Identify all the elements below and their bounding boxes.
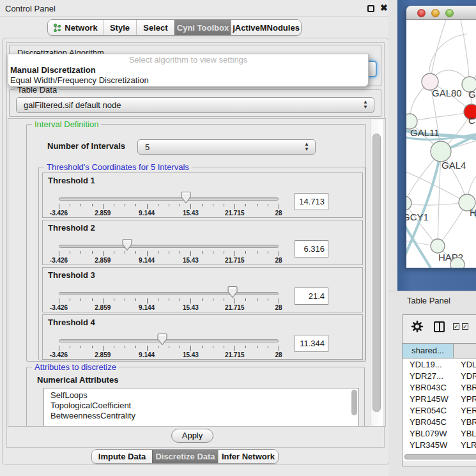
- network-canvas[interactable]: GAL80GACGAL11GAL4GCY1HHAP2: [406, 20, 476, 268]
- slider-tick: [125, 251, 125, 254]
- slider-tick: [213, 346, 213, 348]
- algorithm-dropdown-popup: Select algorithm to view settings Manual…: [8, 54, 369, 87]
- table-row[interactable]: YBR045CYBR0: [403, 417, 476, 428]
- slider-thumb[interactable]: [157, 333, 168, 346]
- slider-tick-label: 15.43: [176, 210, 204, 217]
- tab-discretize-data[interactable]: Discretize Data: [152, 450, 218, 463]
- gear-icon[interactable]: [411, 320, 424, 333]
- table-data-value: galFiltered.sif default node: [24, 100, 121, 110]
- checkbox-icon[interactable]: ✓: [462, 323, 468, 330]
- network-node-gal4[interactable]: [431, 141, 451, 162]
- threshold-value-field[interactable]: 6.316: [295, 240, 328, 257]
- cell-shared-name[interactable]: YPR145W: [403, 394, 454, 405]
- apply-button[interactable]: Apply: [171, 429, 213, 443]
- horizontal-scrollbar[interactable]: [404, 454, 476, 460]
- column-header-shared-name[interactable]: shared...: [403, 344, 454, 358]
- float-window-icon[interactable]: [367, 5, 374, 12]
- cell-name[interactable]: YDL1: [454, 359, 476, 371]
- tab-infer-network[interactable]: Infer Network: [218, 450, 278, 463]
- slider-tick: [268, 204, 268, 206]
- slider-track[interactable]: [59, 197, 279, 201]
- mac-zoom-icon[interactable]: [445, 9, 454, 17]
- table-row[interactable]: YDL19...YDL1: [403, 359, 476, 371]
- cell-name[interactable]: YPR1: [454, 394, 476, 405]
- slider-track[interactable]: [59, 245, 279, 248]
- stepper-arrows-icon: ▲▼: [363, 100, 368, 110]
- tab-select[interactable]: Select: [136, 20, 174, 35]
- slider-tick: [81, 346, 81, 348]
- mac-close-icon[interactable]: [417, 9, 426, 17]
- table-row[interactable]: YPR145WYPR1: [403, 394, 476, 405]
- dropdown-option-equal-width[interactable]: Equal Width/Frequency Discretization: [8, 75, 368, 86]
- slider-tick-label: 21.715: [220, 304, 249, 311]
- cell-shared-name[interactable]: YDL19...: [403, 359, 454, 371]
- slider-tick: [202, 204, 203, 206]
- scrollbar-thumb[interactable]: [404, 454, 476, 459]
- threshold-value-field[interactable]: 21.4: [295, 288, 328, 305]
- vertical-scrollbar[interactable]: [370, 119, 383, 426]
- group-label: Interval Definition: [32, 119, 101, 129]
- slider-thumb[interactable]: [227, 286, 238, 298]
- slider-tick: [114, 346, 114, 348]
- number-of-intervals-combobox[interactable]: 5 ▲▼: [137, 139, 316, 155]
- cell-shared-name[interactable]: YER054C: [403, 405, 454, 417]
- slider-track[interactable]: [59, 292, 279, 295]
- attribute-list-item[interactable]: BetweennessCentrality: [44, 411, 358, 421]
- cell-name[interactable]: YBR0: [454, 382, 476, 394]
- slider-track[interactable]: [59, 339, 279, 342]
- cell-name[interactable]: YER0: [454, 405, 476, 417]
- cell-shared-name[interactable]: YBL079W: [403, 428, 454, 440]
- slider-tick: [224, 298, 224, 301]
- column-header-name[interactable]: n: [454, 344, 476, 358]
- attribute-list-item[interactable]: TopologicalCoefficient: [44, 401, 358, 411]
- slider-thumb[interactable]: [180, 191, 192, 204]
- cell-name[interactable]: YDR2: [454, 371, 476, 382]
- table-row[interactable]: YBR043CYBR0: [403, 382, 476, 394]
- table-row[interactable]: YDR27...YDR2: [403, 371, 476, 382]
- slider-tick: [213, 204, 213, 206]
- table-row[interactable]: YER054CYER0: [403, 405, 476, 417]
- threshold-label: Threshold 2: [48, 223, 95, 233]
- mac-minimize-icon[interactable]: [431, 9, 440, 17]
- column-visibility-icon[interactable]: [434, 321, 445, 332]
- tab-cyni-toolbox[interactable]: Cyni Toolbox: [174, 20, 231, 35]
- threshold-value-field[interactable]: 14.713: [295, 193, 328, 210]
- tab-jactivemnodules[interactable]: jActiveMNodules: [231, 20, 301, 35]
- close-icon[interactable]: ✖: [380, 3, 388, 13]
- cell-shared-name[interactable]: YDR27...: [403, 371, 454, 382]
- threshold-value-field[interactable]: 11.344: [295, 335, 328, 352]
- dropdown-option-manual[interactable]: Manual Discretization: [8, 65, 368, 75]
- scrollbar-thumb[interactable]: [372, 134, 381, 412]
- network-node-gcy1[interactable]: [406, 196, 411, 210]
- cell-name[interactable]: YBR0: [454, 417, 476, 428]
- table-data-combobox[interactable]: galFiltered.sif default node ▲▼: [16, 97, 374, 113]
- cell-name[interactable]: YLR3: [454, 440, 476, 451]
- cell-shared-name[interactable]: YBR045C: [403, 417, 454, 428]
- slider-thumb[interactable]: [121, 238, 133, 251]
- tab-network[interactable]: Network: [48, 20, 103, 35]
- network-node[interactable]: [450, 257, 464, 268]
- slider-tick: [169, 251, 169, 254]
- table-row[interactable]: YBL079WYBL0: [403, 428, 476, 440]
- tab-style[interactable]: Style: [103, 20, 136, 35]
- table-row[interactable]: YLR345WYLR3: [403, 440, 476, 451]
- network-node-hap2[interactable]: [431, 239, 445, 253]
- slider-tick: [147, 204, 148, 209]
- slider-tick-label: -3.426: [45, 257, 73, 264]
- numerical-attributes-list[interactable]: SelfLoopsTopologicalCoefficientBetweenne…: [43, 388, 359, 427]
- cell-shared-name[interactable]: YBR043C: [403, 382, 454, 394]
- slider-tick: [257, 251, 257, 254]
- network-graph: GAL80GACGAL11GAL4GCY1HHAP2: [406, 20, 476, 268]
- checkbox-icon[interactable]: ✓: [453, 323, 459, 330]
- cell-shared-name[interactable]: YLR345W: [403, 440, 454, 451]
- tab-impute-data[interactable]: Impute Data: [92, 450, 152, 463]
- slider-tick: [180, 251, 180, 254]
- slider-tick: [59, 251, 59, 256]
- network-node-label: C: [468, 115, 475, 126]
- list-scrollbar-thumb[interactable]: [351, 390, 357, 415]
- slider-tick: [190, 251, 191, 256]
- cell-name[interactable]: YBL0: [454, 428, 476, 440]
- network-window-titlebar[interactable]: [406, 6, 476, 20]
- attribute-list-item[interactable]: SelfLoops: [44, 390, 358, 401]
- threshold-2-box: Threshold 2-3.4262.8599.14415.4321.71528…: [42, 220, 363, 265]
